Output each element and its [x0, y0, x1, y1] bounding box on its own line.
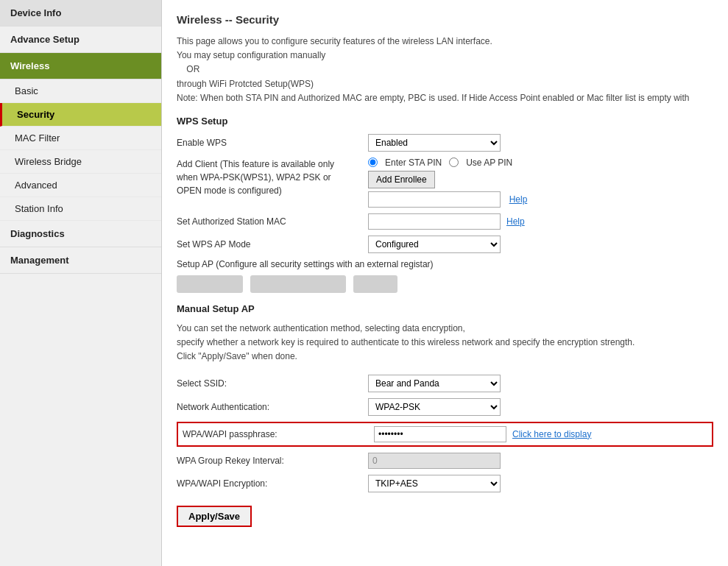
sidebar: Device Info Advance Setup Wireless Basic…: [0, 0, 162, 566]
blurred-box-1: [177, 275, 243, 293]
wps-ap-mode-label: Set WPS AP Mode: [177, 239, 368, 250]
sidebar-item-advanced[interactable]: Advanced: [0, 174, 161, 197]
wpa-group-rekey-row: WPA Group Rekey Interval:: [177, 453, 713, 469]
select-ssid-label: Select SSID:: [177, 378, 368, 389]
blurred-content-row: [177, 275, 713, 293]
sidebar-item-station-info[interactable]: Station Info: [0, 197, 161, 221]
auth-station-mac-label: Set Authorized Station MAC: [177, 216, 368, 227]
wpa-encryption-row: WPA/WAPI Encryption: TKIP+AES TKIP AES: [177, 475, 713, 492]
help-link-2[interactable]: Help: [506, 216, 525, 227]
auth-station-mac-input[interactable]: [368, 213, 501, 230]
sidebar-item-basic[interactable]: Basic: [0, 79, 161, 103]
sidebar-item-wireless[interactable]: Wireless: [0, 53, 161, 79]
wps-setup-title: WPS Setup: [177, 116, 713, 127]
sidebar-item-management[interactable]: Management: [0, 247, 161, 274]
wpa-passphrase-input[interactable]: [374, 426, 506, 442]
add-client-label: Add Client (This feature is available on…: [177, 158, 368, 197]
blurred-box-3: [353, 275, 397, 293]
sidebar-item-device-info[interactable]: Device Info: [0, 0, 161, 26]
manual-setup-description: You can set the network authentication m…: [177, 322, 713, 364]
apply-save-button[interactable]: Apply/Save: [177, 506, 252, 527]
sidebar-item-advance-setup[interactable]: Advance Setup: [0, 26, 161, 53]
enable-wps-select[interactable]: Enabled Disabled: [368, 134, 501, 152]
add-client-controls: Enter STA PIN Use AP PIN Add Enrollee He…: [368, 158, 527, 208]
page-title: Wireless -- Security: [177, 13, 713, 26]
network-auth-row: Network Authentication: WPA2-PSK WPA-PSK…: [177, 398, 713, 416]
enable-wps-label: Enable WPS: [177, 138, 368, 148]
network-auth-select[interactable]: WPA2-PSK WPA-PSK WPA WPA2 Open: [368, 398, 501, 416]
use-ap-pin-label: Use AP PIN: [466, 158, 512, 168]
sta-pin-radio-group: Enter STA PIN Use AP PIN: [368, 158, 527, 168]
page-description: This page allows you to configure securi…: [177, 35, 713, 105]
wpa-encryption-select[interactable]: TKIP+AES TKIP AES: [368, 475, 501, 492]
sidebar-item-mac-filter[interactable]: MAC Filter: [0, 127, 161, 150]
blurred-box-2: [250, 275, 346, 293]
add-enrollee-button[interactable]: Add Enrollee: [368, 171, 435, 188]
enable-wps-row: Enable WPS Enabled Disabled: [177, 134, 713, 152]
add-client-row: Add Client (This feature is available on…: [177, 158, 713, 208]
wpa-group-rekey-input[interactable]: [368, 453, 501, 469]
enter-sta-pin-label: Enter STA PIN: [385, 158, 442, 168]
auth-station-mac-row: Set Authorized Station MAC Help: [177, 213, 713, 230]
enter-sta-pin-radio[interactable]: [368, 158, 378, 167]
use-ap-pin-radio[interactable]: [449, 158, 459, 167]
main-content: Wireless -- Security This page allows yo…: [162, 0, 728, 566]
help-link-1[interactable]: Help: [509, 194, 528, 205]
select-ssid-row: Select SSID: Bear and Panda: [177, 375, 713, 392]
select-ssid-select[interactable]: Bear and Panda: [368, 375, 501, 392]
wpa-encryption-label: WPA/WAPI Encryption:: [177, 478, 368, 489]
sidebar-item-wireless-bridge[interactable]: Wireless Bridge: [0, 150, 161, 174]
wpa-group-rekey-label: WPA Group Rekey Interval:: [177, 456, 368, 466]
wps-ap-mode-row: Set WPS AP Mode Configured Unconfigured: [177, 236, 713, 253]
setup-ap-desc-row: Setup AP (Configure all security setting…: [177, 259, 713, 269]
wps-ap-mode-select[interactable]: Configured Unconfigured: [368, 236, 501, 253]
manual-setup-title: Manual Setup AP: [177, 303, 713, 314]
wpa-passphrase-label: WPA/WAPI passphrase:: [183, 429, 374, 439]
network-auth-label: Network Authentication:: [177, 402, 368, 412]
sidebar-item-diagnostics[interactable]: Diagnostics: [0, 221, 161, 247]
wpa-passphrase-row: WPA/WAPI passphrase: Click here to displ…: [177, 422, 713, 447]
sta-pin-input[interactable]: [368, 191, 501, 208]
sidebar-item-security[interactable]: Security: [0, 103, 161, 127]
apply-save-container: Apply/Save: [177, 498, 713, 527]
setup-ap-label: Setup AP (Configure all security setting…: [177, 259, 441, 269]
click-display-link[interactable]: Click here to display: [512, 429, 591, 439]
